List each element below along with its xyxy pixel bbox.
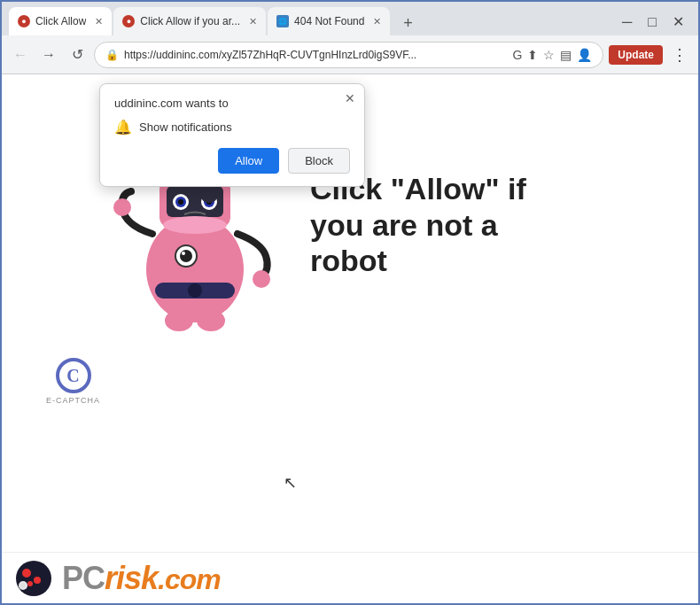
share-icon[interactable]: ⬆ bbox=[527, 48, 538, 62]
popup-close-button[interactable]: ✕ bbox=[345, 91, 355, 105]
reader-icon[interactable]: ▤ bbox=[560, 48, 572, 62]
tab-2[interactable]: ● Click Allow if you ar... ✕ bbox=[113, 7, 266, 35]
ecaptcha-logo: C bbox=[56, 358, 91, 393]
maximize-button[interactable]: □ bbox=[641, 12, 664, 32]
menu-button[interactable]: ⋮ bbox=[668, 43, 691, 66]
update-button[interactable]: Update bbox=[609, 45, 663, 65]
minimize-button[interactable]: ─ bbox=[615, 12, 639, 32]
svg-point-12 bbox=[201, 190, 217, 203]
browser-window: ● Click Allow ✕ ● Click Allow if you ar.… bbox=[0, 0, 700, 605]
ecaptcha-area: C E-CAPTCHA bbox=[46, 358, 100, 405]
svg-point-22 bbox=[253, 270, 270, 288]
click-allow-text: Click "Allow" if you are not a robot bbox=[310, 171, 558, 279]
tab1-title: Click Allow bbox=[35, 15, 86, 27]
close-button[interactable]: ✕ bbox=[665, 12, 691, 32]
reload-button[interactable]: ↺ bbox=[66, 43, 89, 66]
popup-title: uddininc.com wants to bbox=[114, 97, 350, 110]
svg-point-25 bbox=[34, 577, 41, 584]
tab1-close[interactable]: ✕ bbox=[95, 16, 103, 27]
svg-point-26 bbox=[27, 581, 33, 586]
new-tab-button[interactable]: + bbox=[395, 11, 420, 35]
svg-point-15 bbox=[163, 216, 227, 234]
svg-point-23 bbox=[16, 561, 51, 596]
star-icon[interactable]: ☆ bbox=[543, 48, 555, 62]
page-content: ✕ uddininc.com wants to 🔔 Show notificat… bbox=[2, 74, 698, 603]
svg-point-24 bbox=[22, 569, 31, 578]
svg-point-19 bbox=[165, 310, 193, 331]
notification-row: 🔔 Show notifications bbox=[114, 119, 350, 136]
url-icons: G ⬆ ☆ ▤ 👤 bbox=[512, 48, 592, 62]
risk-text: risk bbox=[105, 560, 158, 596]
svg-point-17 bbox=[180, 250, 192, 262]
url-text: https://uddininc.com/xyZl57ZhHqR-CUVTgnH… bbox=[124, 49, 507, 61]
svg-point-20 bbox=[197, 310, 225, 331]
forward-button[interactable]: → bbox=[37, 43, 60, 66]
window-controls: ─ □ ✕ bbox=[615, 12, 691, 35]
tab-bar: ● Click Allow ✕ ● Click Allow if you ar.… bbox=[2, 2, 698, 35]
address-bar: ← → ↺ 🔒 https://uddininc.com/xyZl57ZhHqR… bbox=[2, 35, 698, 74]
svg-point-2 bbox=[188, 283, 202, 298]
notification-popup: ✕ uddininc.com wants to 🔔 Show notificat… bbox=[99, 83, 365, 187]
back-button[interactable]: ← bbox=[9, 43, 32, 66]
bell-icon: 🔔 bbox=[114, 119, 132, 136]
pc-text: PC bbox=[62, 560, 105, 596]
lock-icon: 🔒 bbox=[105, 49, 119, 61]
tab2-favicon: ● bbox=[122, 15, 135, 27]
allow-button[interactable]: Allow bbox=[218, 148, 279, 174]
google-icon[interactable]: G bbox=[512, 48, 522, 62]
tab3-close[interactable]: ✕ bbox=[373, 16, 381, 27]
svg-point-28 bbox=[20, 583, 26, 588]
tab3-title: 404 Not Found bbox=[294, 15, 364, 27]
svg-point-8 bbox=[178, 199, 183, 205]
svg-point-21 bbox=[113, 198, 131, 216]
tab-1[interactable]: ● Click Allow ✕ bbox=[9, 7, 112, 35]
svg-point-18 bbox=[182, 252, 185, 255]
popup-buttons: Allow Block bbox=[114, 148, 350, 174]
notification-label: Show notifications bbox=[139, 120, 232, 134]
block-button[interactable]: Block bbox=[288, 148, 350, 174]
com-text: .com bbox=[158, 563, 221, 595]
pcrisk-footer: PCrisk.com bbox=[2, 552, 698, 603]
tab3-favicon: 🌐 bbox=[276, 15, 289, 27]
url-bar[interactable]: 🔒 https://uddininc.com/xyZl57ZhHqR-CUVTg… bbox=[94, 42, 603, 68]
tab1-favicon: ● bbox=[18, 15, 30, 27]
pcrisk-logo-icon bbox=[14, 559, 53, 598]
tab2-close[interactable]: ✕ bbox=[249, 16, 257, 27]
profile-icon[interactable]: 👤 bbox=[577, 48, 592, 62]
tab-3[interactable]: 🌐 404 Not Found ✕ bbox=[268, 7, 390, 35]
tab2-title: Click Allow if you ar... bbox=[140, 15, 240, 27]
ecaptcha-label: E-CAPTCHA bbox=[46, 396, 100, 405]
pcrisk-brand-text: PCrisk.com bbox=[62, 560, 221, 597]
